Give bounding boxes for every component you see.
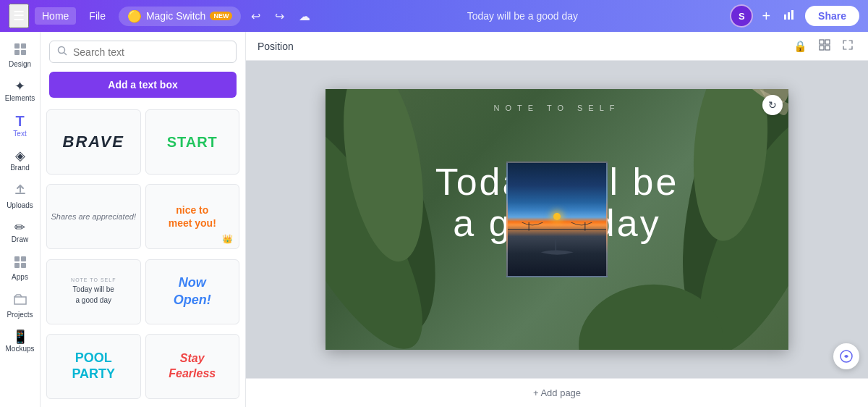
note-main-text: Today will be a good day xyxy=(73,284,114,306)
svg-rect-10 xyxy=(14,263,20,268)
sidebar-item-uploads[interactable]: Uploads xyxy=(2,179,38,214)
nice-to-meet-text: nice to meet you! xyxy=(169,204,216,230)
search-input[interactable] xyxy=(73,46,229,58)
sidebar-apps-label: Apps xyxy=(12,273,28,281)
magic-switch-button[interactable]: 🟡 Magic Switch NEW xyxy=(119,7,241,26)
svg-rect-8 xyxy=(14,256,20,261)
canvas-area: Position 🔒 xyxy=(246,32,868,407)
menu-icon[interactable]: ☰ xyxy=(9,4,29,28)
canvas-toolbar-icons: 🔒 xyxy=(791,36,856,56)
sidebar-item-brand[interactable]: ◈ Brand xyxy=(2,145,38,176)
photo-sunset xyxy=(508,163,606,276)
lock-button[interactable]: 🔒 xyxy=(791,37,810,56)
magic-switch-icon: 🟡 xyxy=(127,9,142,23)
document-title: Today will be a good day xyxy=(467,10,578,22)
sidebar-design-label: Design xyxy=(9,60,31,68)
sidebar-brand-label: Brand xyxy=(10,164,30,172)
design-icon xyxy=(13,42,27,59)
sidebar-elements-label: Elements xyxy=(5,94,35,102)
sidebar-draw-label: Draw xyxy=(12,235,28,243)
svg-rect-14 xyxy=(825,40,830,44)
stats-button[interactable] xyxy=(779,7,799,25)
canvas-bottom-bar: + Add page xyxy=(246,378,868,407)
rotate-handle[interactable]: ↻ xyxy=(762,95,783,115)
apps-icon xyxy=(13,255,27,272)
expand-button[interactable] xyxy=(839,36,856,56)
shares-sample[interactable]: Shares are appreciated! xyxy=(46,184,141,249)
start-text: START xyxy=(167,134,218,151)
photo-sun xyxy=(553,213,561,220)
svg-rect-1 xyxy=(788,12,790,20)
add-textbox-button[interactable]: Add a text box xyxy=(49,72,237,98)
nice-to-meet-sample[interactable]: nice to meet you! 👑 xyxy=(145,184,240,249)
svg-point-12 xyxy=(59,47,65,54)
share-button[interactable]: Share xyxy=(805,6,859,26)
svg-rect-0 xyxy=(784,14,786,20)
uploads-icon xyxy=(13,183,27,200)
svg-rect-9 xyxy=(21,256,26,261)
new-badge: NEW xyxy=(210,12,232,20)
sidebar-item-apps[interactable]: Apps xyxy=(2,251,38,285)
boat-silhouette xyxy=(537,239,576,259)
elements-icon: ✦ xyxy=(14,80,25,93)
svg-rect-15 xyxy=(820,46,824,50)
canvas-viewport[interactable]: NOTE TO SELF Today will be a good day xyxy=(246,61,868,378)
stay-fearless-sample[interactable]: Stay Fearless xyxy=(145,334,240,399)
add-page-button[interactable]: + Add page xyxy=(524,383,590,403)
search-bar xyxy=(41,32,245,69)
svg-rect-7 xyxy=(15,193,25,194)
svg-rect-2 xyxy=(791,10,793,20)
sidebar-item-projects[interactable]: Projects xyxy=(2,288,38,323)
topbar: ☰ Home File 🟡 Magic Switch NEW ↩ ↪ ☁ Tod… xyxy=(0,0,868,32)
mockups-icon: 📱 xyxy=(12,330,28,343)
magic-switch-label: Magic Switch xyxy=(146,10,205,22)
redo-button[interactable]: ↪ xyxy=(271,7,289,26)
grid-button[interactable] xyxy=(816,36,833,56)
sidebar-item-design[interactable]: Design xyxy=(2,38,38,72)
sidebar: Design ✦ Elements T Text ◈ Brand Uploads… xyxy=(0,32,41,407)
canvas-toolbar: Position 🔒 xyxy=(246,32,868,61)
sidebar-item-draw[interactable]: ✏ Draw xyxy=(2,217,38,248)
brave-sample[interactable]: BRAVE xyxy=(46,109,141,175)
start-sample[interactable]: START xyxy=(145,109,240,175)
home-button[interactable]: Home xyxy=(35,7,76,25)
svg-rect-5 xyxy=(14,50,20,55)
ai-assistant-button[interactable] xyxy=(833,343,859,369)
svg-rect-4 xyxy=(21,43,26,49)
file-button[interactable]: File xyxy=(82,7,113,25)
stay-fearless-text: Stay Fearless xyxy=(169,351,216,382)
bridge-silhouette xyxy=(508,222,606,236)
brave-text: BRAVE xyxy=(63,133,124,151)
svg-rect-13 xyxy=(820,40,824,44)
text-samples-grid: BRAVE START Shares are appreciated! nice… xyxy=(41,106,245,407)
sidebar-item-text[interactable]: T Text xyxy=(2,109,38,142)
pool-party-text: POOL PARTY xyxy=(72,351,115,382)
projects-icon xyxy=(13,293,27,309)
position-label: Position xyxy=(258,41,294,52)
crown-icon: 👑 xyxy=(222,234,233,244)
svg-rect-3 xyxy=(14,43,20,49)
avatar[interactable]: S xyxy=(730,4,753,28)
now-open-sample[interactable]: Now Open! xyxy=(145,259,240,324)
add-collaborator-button[interactable]: + xyxy=(759,7,773,26)
cloud-save-button[interactable]: ☁ xyxy=(294,7,315,26)
rotate-icon: ↻ xyxy=(768,99,777,111)
pool-party-sample[interactable]: POOL PARTY xyxy=(46,334,141,399)
sidebar-item-mockups[interactable]: 📱 Mockups xyxy=(2,326,38,357)
brand-icon: ◈ xyxy=(15,149,25,162)
svg-rect-11 xyxy=(21,263,26,268)
sidebar-item-elements[interactable]: ✦ Elements xyxy=(2,75,38,106)
undo-button[interactable]: ↩ xyxy=(247,7,265,26)
canvas-subtitle: NOTE TO SELF xyxy=(326,104,788,112)
note-to-self-sample[interactable]: NOTE TO SELF Today will be a good day xyxy=(46,259,141,324)
search-input-wrap[interactable] xyxy=(49,41,237,63)
embedded-photo xyxy=(506,161,608,277)
now-open-text: Now Open! xyxy=(174,274,211,309)
search-icon xyxy=(57,46,67,58)
text-icon: T xyxy=(15,114,24,128)
main-content: Design ✦ Elements T Text ◈ Brand Uploads… xyxy=(0,32,868,407)
note-small-label: NOTE TO SELF xyxy=(71,277,116,282)
sidebar-projects-label: Projects xyxy=(7,311,33,319)
svg-rect-16 xyxy=(825,46,830,50)
svg-rect-6 xyxy=(21,50,26,55)
